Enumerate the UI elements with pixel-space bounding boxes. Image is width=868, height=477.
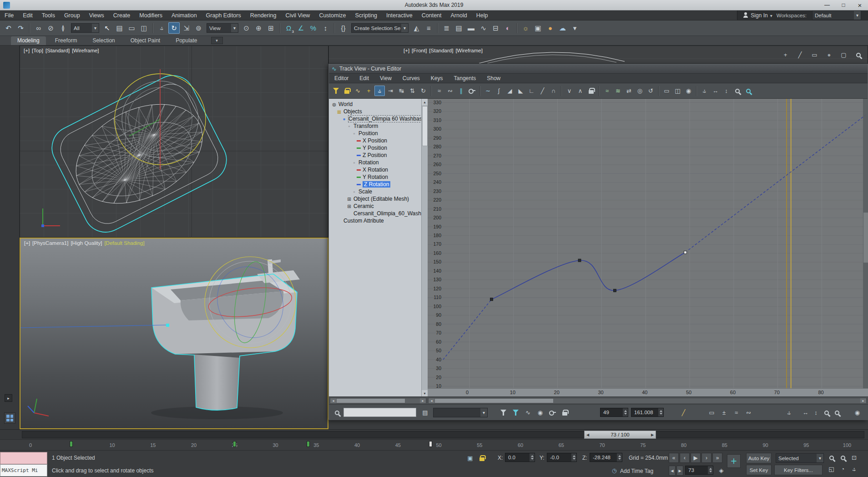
show-buffer-curves-icon[interactable]: ≋ xyxy=(613,86,623,96)
filters-icon[interactable] xyxy=(331,86,341,96)
isolate-curve-footer-icon[interactable]: ◉ xyxy=(852,407,863,418)
selection-filter-dropdown[interactable]: All xyxy=(71,23,99,33)
key-filter-scope-dropdown[interactable]: Selected xyxy=(776,453,824,463)
unlink-selection-icon[interactable]: ⊘ xyxy=(45,22,56,34)
time-slider-handle[interactable]: ◀ 73 / 100 ▶ xyxy=(584,431,656,439)
workspace-dropdown[interactable]: Default xyxy=(812,10,861,20)
corner-pencil-icon[interactable]: ╱ xyxy=(795,50,805,60)
scroll-down-arrow[interactable]: ▾ xyxy=(422,390,428,396)
draw-curves-icon[interactable]: ∿ xyxy=(353,86,363,96)
menu-animation[interactable]: Animation xyxy=(167,10,202,20)
key-time-field[interactable]: 49 xyxy=(600,408,628,417)
filter-selected-objects-icon[interactable] xyxy=(510,407,521,418)
viewport-label-part[interactable]: [+] xyxy=(24,48,30,53)
go-to-end-button[interactable]: » xyxy=(712,453,722,463)
front-viewport[interactable]: [+][Front][Standard][Wireframe] +╱▭●▢ xyxy=(328,46,868,64)
tree-item-transform[interactable]: ▫Transform xyxy=(347,122,378,130)
select-and-scale-icon[interactable]: ⇲ xyxy=(181,22,192,34)
ribbon-tab-selection[interactable]: Selection xyxy=(86,36,121,45)
out-of-range-keys-icon[interactable]: ∾ xyxy=(743,407,754,418)
lock-tangents-toggle-icon[interactable] xyxy=(586,86,596,96)
isolate-selection-toggle[interactable]: ▣ xyxy=(465,453,475,463)
viewport-label-part[interactable]: [+] xyxy=(24,240,30,246)
revert-to-buffer-icon[interactable]: ↺ xyxy=(646,86,656,96)
nav-pan-icon[interactable] xyxy=(849,464,859,474)
edit-track-set-icon[interactable]: ▤ xyxy=(420,407,430,418)
scroll-right-arrow[interactable]: ▸ xyxy=(420,398,426,403)
select-and-rotate-icon[interactable]: ↻ xyxy=(168,22,180,34)
tree-item-x-rotation[interactable]: X Rotation xyxy=(357,166,388,173)
tree-item-y-rotation[interactable]: Y Rotation xyxy=(357,173,388,181)
menu-create[interactable]: Create xyxy=(109,10,135,20)
select-and-manipulate-icon[interactable]: ⊕ xyxy=(253,22,264,34)
keyboard-shortcut-override-icon[interactable]: ⊞ xyxy=(265,22,277,34)
move-keys-icon[interactable] xyxy=(374,86,385,96)
tree-item-ceramic[interactable]: ⊞Ceramic xyxy=(347,203,374,210)
maxscript-mini-listener-pane[interactable]: MAXScript Mi xyxy=(0,464,47,477)
viewport-label-part[interactable]: [High Quality] xyxy=(71,240,102,246)
corner-add-icon[interactable]: + xyxy=(780,50,791,60)
camera-viewport[interactable]: [+][PhysCamera1][High Quality][Default S… xyxy=(20,238,328,429)
tv-menu-editor[interactable]: Editor xyxy=(329,75,354,81)
snapshot-curves-icon[interactable]: ◎ xyxy=(635,86,645,96)
tree-horizontal-scrollbar[interactable]: ◂ ▸ xyxy=(330,398,426,404)
redo-icon[interactable]: ↷ xyxy=(15,22,26,34)
trackbar-key[interactable] xyxy=(233,441,236,447)
top-viewport[interactable]: [+][Top][Standard][Wireframe] xyxy=(20,46,328,238)
spinner-buttons[interactable] xyxy=(658,408,663,416)
select-and-place-icon[interactable]: ⊚ xyxy=(193,22,204,34)
slide-keys-icon[interactable]: ⇥ xyxy=(385,86,396,96)
parameter-curve-out-of-range-icon[interactable]: ∾ xyxy=(445,86,455,96)
go-to-start-button[interactable]: « xyxy=(669,453,679,463)
reference-coordinate-system-dropdown[interactable]: View xyxy=(207,23,238,33)
simplify-curve-icon[interactable]: ≈ xyxy=(434,86,444,96)
toggle-layer-explorer-icon[interactable]: ▤ xyxy=(453,22,464,34)
curve-scroll-thumb[interactable] xyxy=(863,213,868,263)
next-frame-button[interactable]: › xyxy=(701,453,712,463)
y-spinner[interactable] xyxy=(571,453,576,462)
curve-key-2[interactable] xyxy=(613,289,616,292)
menu-file[interactable]: File xyxy=(0,10,18,20)
sign-in-button[interactable]: Sign In xyxy=(743,12,772,19)
track-view-titlebar[interactable]: ∿ Track View - Curve Editor xyxy=(329,64,868,74)
3ds-max-logo-icon[interactable] xyxy=(3,2,10,9)
scale-values-icon[interactable]: ⇅ xyxy=(407,86,418,96)
render-setup-icon[interactable]: ☼ xyxy=(520,22,531,34)
trackbar-key[interactable] xyxy=(70,441,73,447)
viewport-label-part[interactable]: [Standard] xyxy=(45,48,70,53)
window-titlebar[interactable]: Autodesk 3ds Max 2019 xyxy=(0,0,868,10)
tree-item-cersanit-olimpia-60-washbas[interactable]: ●Cersanit_Olimpia 60 Washbas xyxy=(342,115,421,122)
viewport-label-part[interactable]: [Front] xyxy=(412,48,427,53)
show-key-stats-icon[interactable]: ± xyxy=(719,407,729,418)
trackbar-key[interactable] xyxy=(307,441,310,447)
viewport-layout-tabs-icon[interactable] xyxy=(4,412,15,424)
bind-to-space-warp-icon[interactable]: ≬ xyxy=(57,22,69,34)
isolate-curve-icon[interactable]: ◉ xyxy=(683,86,694,96)
ribbon-tab-populate[interactable]: Populate xyxy=(169,36,203,45)
viewport-label-part[interactable]: [Default Shading] xyxy=(104,240,144,246)
tree-item-y-position[interactable]: Y Position xyxy=(357,144,387,152)
zoom-horizontal-extents-footer-icon[interactable]: ↔ xyxy=(800,407,811,418)
rendered-frame-window-icon[interactable]: ▣ xyxy=(532,22,544,34)
tree-item-position[interactable]: ▫Position xyxy=(352,130,378,137)
viewport-label-part[interactable]: [Standard] xyxy=(429,48,453,53)
spinner-buttons[interactable] xyxy=(623,408,628,416)
tree-item-z-rotation[interactable]: Z Rotation xyxy=(357,181,390,188)
add-keys-icon[interactable]: + xyxy=(363,86,374,96)
region-keys-tool-icon[interactable]: ▭ xyxy=(661,86,672,96)
menu-rendering[interactable]: Rendering xyxy=(246,10,281,20)
menu-arnold[interactable]: Arnold xyxy=(446,10,472,20)
use-pivot-point-center-icon[interactable]: ⊙ xyxy=(241,22,252,34)
set-tangents-step-icon[interactable]: ∟ xyxy=(526,86,537,96)
angle-snap-toggle-icon[interactable]: ∠ xyxy=(295,22,307,34)
rectangular-selection-region-icon[interactable]: ▭ xyxy=(126,22,137,34)
render-production-icon[interactable]: ● xyxy=(545,22,556,34)
schematic-view-icon[interactable]: ⊟ xyxy=(490,22,501,34)
close-button[interactable] xyxy=(852,0,868,10)
curve-area[interactable]: 1020304050607080901001101201301401501601… xyxy=(428,99,868,388)
z-spinner[interactable] xyxy=(617,453,622,462)
menu-civil-view[interactable]: Civil View xyxy=(281,10,314,20)
select-and-move-icon[interactable] xyxy=(156,22,167,34)
tv-menu-keys[interactable]: Keys xyxy=(425,75,449,81)
ribbon-configure-dropdown[interactable] xyxy=(211,37,223,44)
